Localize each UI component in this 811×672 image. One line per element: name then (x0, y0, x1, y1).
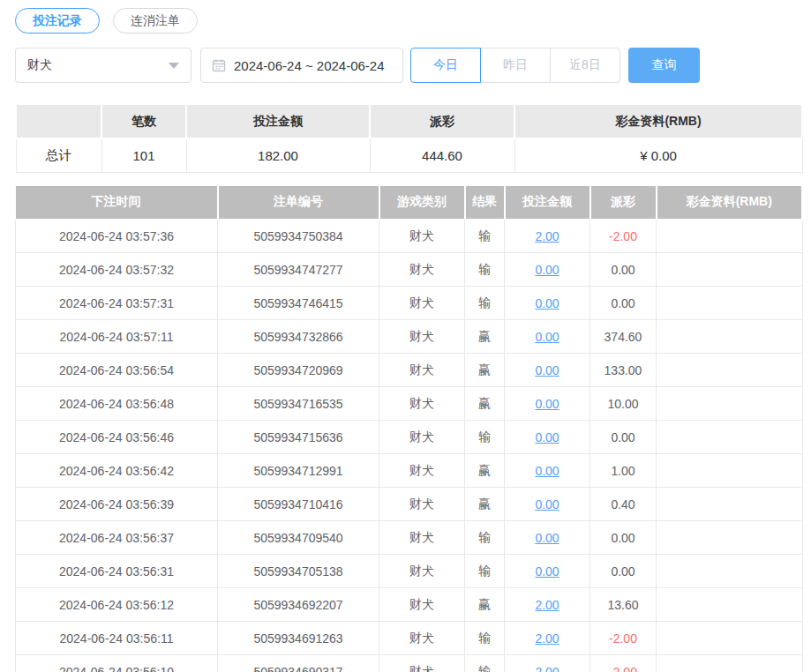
cell-game-type: 财犬 (379, 622, 465, 655)
cell-bet-amount: 0.00 (505, 555, 590, 588)
bet-amount-link[interactable]: 0.00 (535, 363, 559, 377)
bet-amount-link[interactable]: 2.00 (535, 598, 559, 612)
cell-game-type: 财犬 (379, 655, 465, 672)
game-select-value: 财犬 (27, 57, 52, 73)
cell-bonus (657, 220, 803, 253)
cell-bonus (657, 488, 803, 521)
bet-amount-link[interactable]: 2.00 (535, 665, 559, 672)
summary-header-bet-amount: 投注金额 (186, 104, 370, 138)
cell-order-id: 5059934715636 (218, 421, 379, 454)
quick-range-last8days-button[interactable]: 近8日 (550, 48, 620, 83)
cell-order-id: 5059934720969 (218, 354, 379, 387)
bet-amount-link[interactable]: 2.00 (535, 229, 559, 243)
summary-header-payout: 派彩 (370, 104, 514, 138)
cell-order-id: 5059934712991 (218, 454, 379, 488)
cell-bet-amount: 0.00 (505, 387, 590, 421)
filter-bar: 财犬 2024-06-24 ~ 2024-06-24 今日 昨日 近8日 查询 (15, 48, 803, 83)
cell-payout: -2.00 (590, 220, 657, 253)
tab-bet-records[interactable]: 投注记录 (15, 8, 100, 34)
date-range-value: 2024-06-24 ~ 2024-06-24 (234, 58, 385, 73)
cell-game-type: 财犬 (379, 253, 465, 287)
cell-payout: -2.00 (590, 622, 657, 655)
cell-result: 赢 (465, 354, 505, 387)
cell-result: 输 (465, 253, 505, 287)
cell-order-id: 5059934746415 (218, 287, 379, 320)
cell-payout: 0.00 (590, 253, 657, 287)
cell-bet-amount: 0.00 (505, 320, 590, 354)
game-select[interactable]: 财犬 (15, 48, 191, 83)
cell-bet-amount: 0.00 (505, 253, 590, 287)
orders-header-result: 结果 (465, 186, 505, 220)
cell-bonus (657, 320, 803, 354)
cell-game-type: 财犬 (379, 354, 465, 387)
cell-result: 输 (465, 622, 505, 655)
cell-payout: 0.00 (590, 555, 657, 588)
cell-bet-time: 2024-06-24 03:56:48 (16, 387, 218, 421)
cell-order-id: 5059934747277 (218, 253, 379, 287)
cell-payout: 0.00 (590, 287, 657, 320)
cell-order-id: 5059934750384 (218, 220, 379, 253)
cell-result: 输 (465, 555, 505, 588)
table-row: 2024-06-24 03:56:375059934709540财犬输0.000… (16, 521, 803, 555)
cell-result: 输 (465, 521, 505, 555)
cell-bet-time: 2024-06-24 03:56:11 (16, 622, 218, 655)
orders-header-bet-time: 下注时间 (16, 186, 218, 220)
cell-bonus (657, 622, 803, 655)
bet-amount-link[interactable]: 0.00 (535, 296, 559, 310)
cell-game-type: 财犬 (379, 488, 465, 521)
cell-bonus (657, 454, 803, 488)
cell-result: 输 (465, 220, 505, 253)
cell-result: 赢 (465, 488, 505, 521)
cell-game-type: 财犬 (379, 287, 465, 320)
cell-bonus (657, 354, 803, 387)
calendar-icon (212, 58, 226, 72)
cell-bet-amount: 2.00 (505, 655, 590, 672)
quick-range-group: 今日 昨日 近8日 (410, 48, 620, 83)
record-type-tabs: 投注记录 连消注单 (15, 8, 803, 34)
cell-payout: 374.60 (590, 320, 657, 354)
cell-bet-amount: 2.00 (505, 622, 590, 655)
summary-total-row: 总计 101 182.00 444.60 ¥ 0.00 (16, 138, 802, 172)
cell-bonus (657, 253, 803, 287)
cell-bet-time: 2024-06-24 03:56:37 (16, 521, 218, 555)
cell-bonus (657, 387, 803, 421)
query-button[interactable]: 查询 (628, 48, 700, 83)
bet-amount-link[interactable]: 0.00 (535, 464, 559, 478)
bet-amount-link[interactable]: 0.00 (535, 430, 559, 444)
summary-header-blank (16, 104, 101, 138)
bet-amount-link[interactable]: 0.00 (535, 497, 559, 511)
summary-header-count: 笔数 (101, 104, 186, 138)
cell-bet-time: 2024-06-24 03:56:39 (16, 488, 218, 521)
cell-payout: 0.00 (590, 421, 657, 454)
cell-payout: 133.00 (590, 354, 657, 387)
orders-table-body: 2024-06-24 03:57:365059934750384财犬输2.00-… (16, 220, 803, 672)
date-range-input[interactable]: 2024-06-24 ~ 2024-06-24 (200, 48, 403, 83)
cell-result: 赢 (465, 454, 505, 488)
cell-bet-time: 2024-06-24 03:56:31 (16, 555, 218, 588)
bet-amount-link[interactable]: 0.00 (535, 397, 559, 411)
cell-game-type: 财犬 (379, 555, 465, 588)
table-row: 2024-06-24 03:57:115059934732866财犬赢0.003… (16, 320, 803, 354)
bet-amount-link[interactable]: 0.00 (535, 263, 559, 277)
summary-total-count: 101 (101, 138, 186, 172)
cell-bonus (657, 555, 803, 588)
cell-game-type: 财犬 (379, 454, 465, 488)
cell-order-id: 5059934705138 (218, 555, 379, 588)
orders-header-row: 下注时间 注单编号 游戏类别 结果 投注金额 派彩 彩金资料(RMB) (16, 186, 803, 220)
quick-range-yesterday-button[interactable]: 昨日 (480, 48, 551, 83)
cell-game-type: 财犬 (379, 220, 465, 253)
tab-cancelled-orders[interactable]: 连消注单 (113, 8, 198, 34)
cell-order-id: 5059934732866 (218, 320, 379, 354)
cell-payout: 0.40 (590, 488, 657, 521)
orders-header-game-type: 游戏类别 (379, 186, 465, 220)
bet-amount-link[interactable]: 0.00 (535, 531, 559, 545)
bet-amount-link[interactable]: 2.00 (535, 631, 559, 646)
cell-order-id: 5059934691263 (218, 622, 379, 655)
cell-game-type: 财犬 (379, 387, 465, 421)
cell-bet-amount: 0.00 (505, 521, 590, 555)
bet-amount-link[interactable]: 0.00 (535, 564, 559, 579)
cell-bonus (657, 655, 803, 672)
summary-header-row: 笔数 投注金额 派彩 彩金资料(RMB) (16, 104, 802, 138)
quick-range-today-button[interactable]: 今日 (410, 48, 481, 83)
bet-amount-link[interactable]: 0.00 (535, 330, 559, 344)
